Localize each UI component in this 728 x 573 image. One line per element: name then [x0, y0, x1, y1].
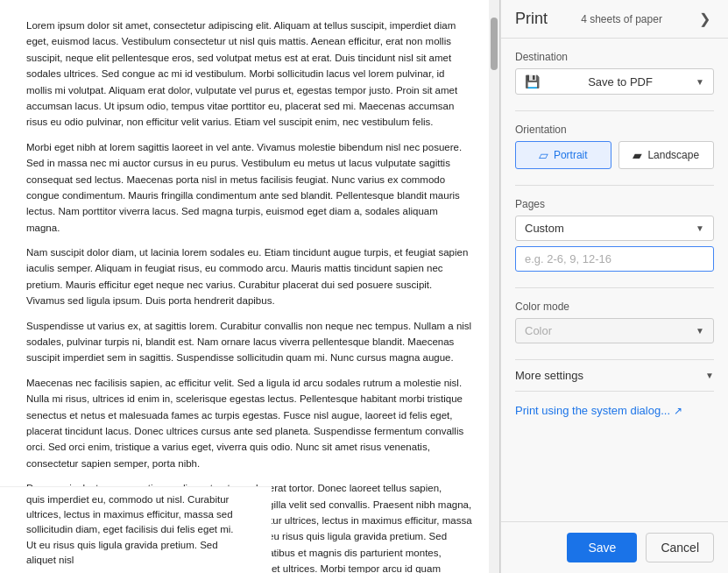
- pages-value: Custom: [525, 222, 564, 235]
- portrait-button[interactable]: ▱ Portrait: [515, 141, 611, 169]
- pages-input[interactable]: [515, 246, 714, 272]
- panel-header: Print 4 sheets of paper ❯: [501, 0, 728, 39]
- divider-3: [515, 287, 714, 288]
- destination-chevron: ▼: [696, 77, 704, 87]
- pages-section: Pages Custom ▼: [515, 198, 714, 272]
- orientation-label: Orientation: [515, 124, 714, 136]
- save-button[interactable]: Save: [567, 533, 637, 562]
- print-panel: Print 4 sheets of paper ❯ Destination 💾 …: [500, 0, 728, 573]
- landscape-button[interactable]: ▰ Landscape: [618, 141, 715, 169]
- more-settings-row[interactable]: More settings ▼: [515, 359, 714, 392]
- destination-section: Destination 💾 Save to PDF ▼: [515, 51, 714, 95]
- divider-1: [515, 110, 714, 111]
- orientation-group: ▱ Portrait ▰ Landscape: [515, 141, 714, 169]
- color-mode-chevron: ▼: [696, 326, 704, 336]
- system-dialog-link[interactable]: Print using the system dialog... ↗: [515, 404, 714, 417]
- cancel-button[interactable]: Cancel: [646, 533, 714, 562]
- panel-close-button[interactable]: ❯: [696, 9, 714, 29]
- more-settings-chevron: ▼: [705, 371, 714, 380]
- more-settings-label: More settings: [515, 369, 583, 382]
- scroll-track[interactable]: [489, 0, 499, 573]
- system-dialog-text: Print using the system dialog...: [515, 404, 670, 417]
- pages-label: Pages: [515, 198, 714, 210]
- divider-2: [515, 185, 714, 186]
- destination-label: Destination: [515, 51, 714, 63]
- external-link-icon: ↗: [674, 405, 682, 417]
- bottom-bar: quis imperdiet eu, commodo ut nisl. Cura…: [0, 486, 272, 573]
- document-preview: Lorem ipsum dolor sit amet, consectetur …: [0, 0, 500, 573]
- color-mode-value: Color: [525, 324, 552, 337]
- doc-paragraph: Morbi eget nibh at lorem sagittis laoree…: [26, 139, 473, 236]
- doc-paragraph: Nam suscipit dolor diam, ut lacinia lore…: [26, 244, 473, 309]
- landscape-icon: ▰: [633, 148, 642, 162]
- destination-value: Save to PDF: [588, 75, 653, 88]
- bottom-text: quis imperdiet eu, commodo ut nisl. Cura…: [26, 494, 234, 565]
- landscape-label: Landscape: [647, 149, 699, 161]
- color-mode-select[interactable]: Color ▼: [515, 318, 714, 343]
- doc-paragraph: Maecenas nec facilisis sapien, ac effici…: [26, 375, 473, 471]
- orientation-section: Orientation ▱ Portrait ▰ Landscape: [515, 124, 714, 169]
- panel-body: Destination 💾 Save to PDF ▼ Orientation …: [501, 39, 728, 521]
- save-icon: 💾: [525, 74, 540, 88]
- panel-title: Print: [515, 10, 548, 28]
- destination-select[interactable]: 💾 Save to PDF ▼: [515, 68, 714, 95]
- pages-chevron: ▼: [696, 223, 704, 233]
- sheets-info: 4 sheets of paper: [581, 13, 662, 25]
- panel-footer: Save Cancel: [501, 521, 728, 573]
- color-mode-label: Color mode: [515, 301, 714, 313]
- color-mode-section: Color mode Color ▼: [515, 301, 714, 343]
- portrait-label: Portrait: [554, 149, 588, 161]
- pages-select[interactable]: Custom ▼: [515, 216, 714, 241]
- doc-paragraph: Suspendisse ut varius ex, at sagittis lo…: [26, 318, 473, 366]
- portrait-icon: ▱: [539, 148, 548, 162]
- scroll-thumb[interactable]: [491, 18, 498, 70]
- doc-paragraph: Lorem ipsum dolor sit amet, consectetur …: [26, 18, 473, 131]
